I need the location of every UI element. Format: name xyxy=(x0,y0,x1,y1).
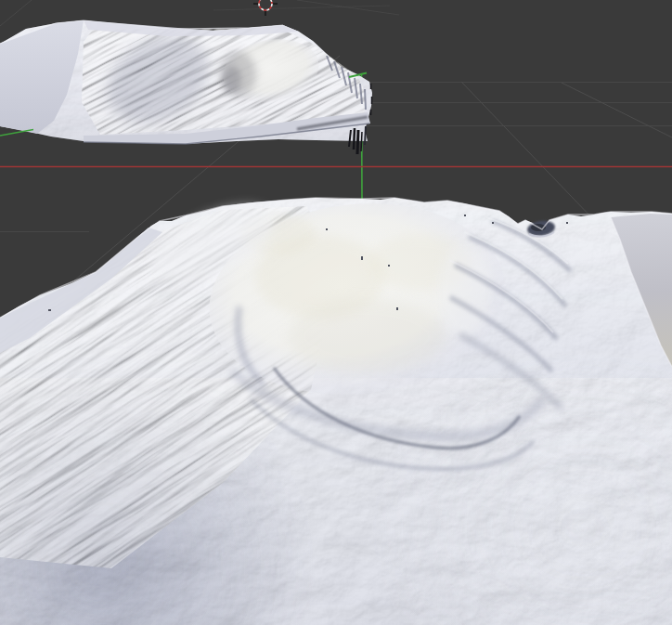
smooth-slope-right xyxy=(438,243,490,336)
terrain-far-crater-core xyxy=(223,66,241,92)
viewport-canvas[interactable] xyxy=(0,0,672,625)
blender-3d-viewport[interactable] xyxy=(0,0,672,625)
dome-beige-smudge xyxy=(288,299,446,373)
